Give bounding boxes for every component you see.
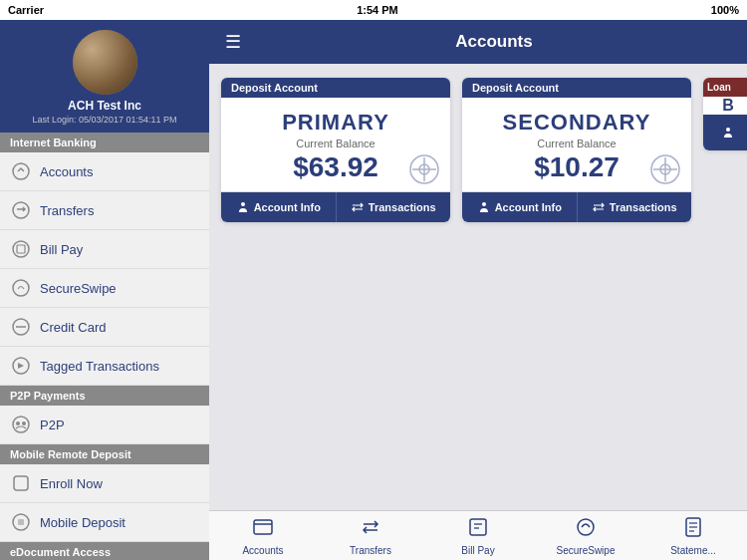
svg-point-4 — [13, 280, 29, 296]
tab-transfers-icon — [360, 516, 381, 543]
tab-statements-label: Stateme... — [670, 545, 716, 556]
svg-point-9 — [16, 421, 20, 425]
carrier-label: Carrier — [8, 4, 44, 16]
sidebar-item-mobile-deposit[interactable]: Mobile Deposit — [0, 503, 209, 542]
svg-rect-3 — [17, 245, 25, 253]
header: ☰ Accounts — [209, 20, 747, 64]
svg-point-8 — [13, 417, 29, 432]
tagged-icon — [10, 355, 32, 377]
tagged-label: Tagged Transactions — [40, 359, 159, 374]
transactions-btn-secondary[interactable]: Transactions — [578, 192, 692, 222]
tab-statements-icon — [682, 516, 704, 543]
card-logo-secondary — [649, 153, 681, 185]
card-actions-primary: Account Info Transactions — [221, 191, 450, 222]
card-name-primary: PRIMARY — [282, 110, 389, 136]
tab-bar: Accounts Transfers Bill Pay SecureSwipe — [209, 510, 747, 560]
mobile-deposit-label: Mobile Deposit — [40, 515, 125, 530]
username-label: ACH Test Inc — [68, 99, 141, 113]
svg-point-0 — [13, 163, 29, 179]
card-tag-secondary: Deposit Account — [462, 78, 691, 98]
tab-billpay[interactable]: Bill Pay — [424, 512, 532, 560]
tab-billpay-label: Bill Pay — [461, 545, 494, 556]
last-login-label: Last Login: 05/03/2017 01:54:11 PM — [32, 115, 176, 125]
card-actions-secondary: Account Info Transactions — [462, 191, 691, 222]
status-bar: Carrier 1:54 PM 100% — [0, 0, 747, 20]
accounts-label: Accounts — [40, 164, 93, 179]
sidebar-item-secureswipe[interactable]: SecureSwipe — [0, 269, 209, 308]
secureswipe-icon — [10, 277, 32, 299]
transactions-btn-primary[interactable]: Transactions — [337, 192, 451, 222]
avatar — [73, 30, 137, 95]
tab-transfers[interactable]: Transfers — [317, 512, 424, 560]
svg-point-34 — [578, 519, 594, 535]
account-card-primary: Deposit Account PRIMARY Current Balance … — [221, 78, 450, 222]
card-tag-loan: Loan — [703, 78, 747, 97]
card-name-secondary: SECONDARY — [503, 110, 651, 136]
enroll-mobile-icon — [10, 472, 32, 494]
card-balance-primary: $63.92 — [293, 151, 378, 183]
sidebar-item-transfers[interactable]: Transfers — [0, 191, 209, 230]
card-body-primary: PRIMARY Current Balance $63.92 — [221, 98, 450, 191]
billpay-icon — [10, 238, 32, 260]
svg-point-2 — [13, 241, 29, 257]
svg-point-27 — [482, 202, 486, 206]
sidebar-item-billpay[interactable]: Bill Pay — [0, 230, 209, 269]
sidebar-item-p2p[interactable]: P2P — [0, 406, 209, 444]
account-card-secondary: Deposit Account SECONDARY Current Balanc… — [462, 78, 691, 222]
section-header-internet-banking: Internet Banking — [0, 133, 209, 152]
creditcard-icon — [10, 316, 32, 338]
card-logo-primary — [408, 153, 440, 185]
account-info-btn-primary[interactable]: Account Info — [221, 192, 337, 222]
sidebar-profile: ACH Test Inc Last Login: 05/03/2017 01:5… — [0, 20, 209, 133]
billpay-label: Bill Pay — [40, 242, 83, 257]
tab-accounts[interactable]: Accounts — [209, 512, 317, 560]
sidebar-item-enroll-mobile[interactable]: Enroll Now — [0, 464, 209, 503]
app-container: ACH Test Inc Last Login: 05/03/2017 01:5… — [0, 20, 747, 560]
account-card-loan: Loan B — [703, 78, 747, 150]
account-info-btn-secondary[interactable]: Account Info — [462, 192, 578, 222]
menu-icon[interactable]: ☰ — [225, 31, 241, 53]
sidebar-item-accounts[interactable]: Accounts — [0, 152, 209, 191]
card-body-secondary: SECONDARY Current Balance $10.27 — [462, 98, 691, 191]
p2p-icon — [10, 414, 32, 435]
tab-accounts-label: Accounts — [242, 545, 283, 556]
svg-point-22 — [241, 202, 245, 206]
creditcard-label: Credit Card — [40, 320, 106, 335]
tab-statements[interactable]: Stateme... — [639, 512, 747, 560]
transfers-icon — [10, 199, 32, 221]
tab-accounts-icon — [252, 516, 274, 543]
svg-rect-11 — [14, 476, 28, 490]
secureswipe-label: SecureSwipe — [40, 281, 117, 296]
accounts-icon — [10, 160, 32, 182]
main-content: ☰ Accounts Deposit Account PRIMARY Curre… — [209, 20, 747, 560]
card-balance-label-primary: Current Balance — [296, 138, 375, 149]
sidebar-item-tagged[interactable]: Tagged Transactions — [0, 347, 209, 386]
enroll-mobile-label: Enroll Now — [40, 476, 103, 491]
transfers-label: Transfers — [40, 203, 94, 218]
svg-rect-29 — [254, 520, 272, 534]
svg-point-1 — [13, 202, 29, 218]
avatar-image — [73, 30, 137, 95]
section-header-mobile-deposit: Mobile Remote Deposit — [0, 444, 209, 464]
card-balance-secondary: $10.27 — [534, 151, 620, 183]
section-header-edocument: eDocument Access — [0, 542, 209, 560]
section-header-p2p: P2P Payments — [0, 386, 209, 406]
card-balance-label-secondary: Current Balance — [537, 138, 617, 149]
tab-transfers-label: Transfers — [350, 545, 391, 556]
card-tag-primary: Deposit Account — [221, 78, 450, 98]
sidebar: ACH Test Inc Last Login: 05/03/2017 01:5… — [0, 20, 209, 560]
battery-label: 100% — [711, 4, 739, 16]
time-label: 1:54 PM — [357, 4, 398, 16]
svg-rect-13 — [18, 519, 24, 525]
svg-point-10 — [22, 421, 26, 425]
mobile-deposit-icon — [10, 511, 32, 533]
tab-secureswipe-label: SecureSwipe — [557, 545, 616, 556]
accounts-area: Deposit Account PRIMARY Current Balance … — [209, 64, 747, 510]
tab-secureswipe-icon — [575, 516, 597, 543]
tab-secureswipe[interactable]: SecureSwipe — [532, 512, 639, 560]
p2p-label: P2P — [40, 418, 65, 432]
tab-billpay-icon — [467, 516, 489, 543]
svg-point-28 — [726, 128, 730, 132]
header-title: Accounts — [257, 32, 731, 52]
sidebar-item-creditcard[interactable]: Credit Card — [0, 308, 209, 347]
